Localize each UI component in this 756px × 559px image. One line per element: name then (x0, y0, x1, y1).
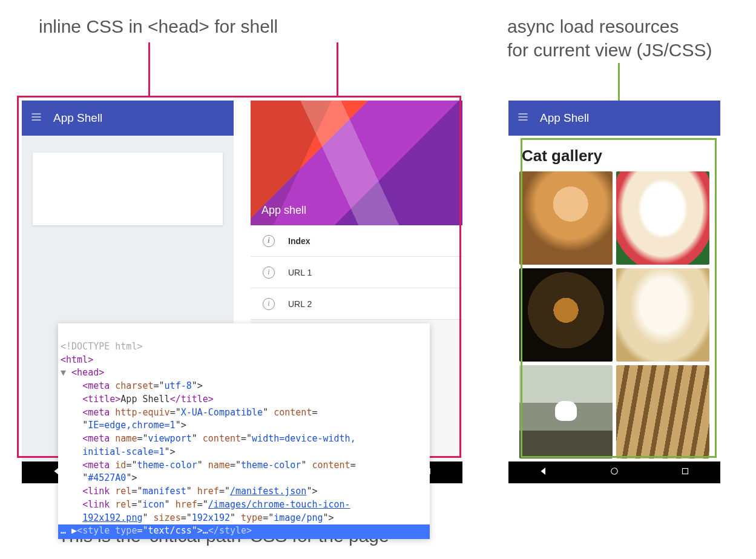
connector-line (337, 42, 338, 96)
hero-title: App shell (261, 204, 306, 217)
app-header: App Shell (508, 101, 720, 136)
gallery-image[interactable] (519, 171, 613, 265)
gallery-image[interactable] (519, 268, 613, 362)
hero-image: App shell (251, 101, 462, 225)
nav-list-label: URL 1 (288, 268, 312, 277)
connector-line (148, 42, 150, 96)
nav-back-icon[interactable] (538, 466, 549, 480)
info-icon: i (263, 235, 275, 247)
nav-home-icon[interactable] (609, 466, 620, 480)
nav-list-item[interactable]: i URL 2 (251, 288, 462, 320)
gallery-image[interactable] (519, 365, 613, 458)
hamburger-icon[interactable] (30, 111, 42, 126)
gallery-title: Cat gallery (508, 136, 720, 171)
annotation-async-load: async load resources for current view (J… (507, 15, 712, 62)
info-icon: i (263, 266, 275, 279)
android-navbar (508, 461, 720, 483)
svg-rect-5 (682, 468, 688, 474)
app-title: App Shell (540, 111, 589, 125)
nav-recents-icon[interactable] (680, 466, 691, 480)
svg-point-4 (611, 468, 618, 474)
app-header: App Shell (22, 101, 234, 136)
nav-list-label: URL 2 (288, 299, 312, 309)
gallery-image[interactable] (616, 365, 709, 458)
gallery-image[interactable] (616, 268, 709, 362)
nav-list-item[interactable]: i Index (251, 225, 462, 257)
empty-card (33, 153, 223, 225)
hamburger-icon[interactable] (517, 111, 529, 126)
nav-list: i Index i URL 1 i URL 2 (251, 225, 462, 320)
devtools-code-panel: <!DOCTYPE html> <html> ▼ <head> <meta ch… (58, 323, 430, 539)
annotation-inline-css: inline CSS in <head> for shell (39, 15, 278, 38)
gallery-image[interactable] (616, 171, 709, 265)
gallery-grid (508, 171, 720, 458)
nav-list-label: Index (288, 236, 311, 246)
info-icon: i (263, 298, 275, 310)
nav-list-item[interactable]: i URL 1 (251, 257, 462, 288)
app-title: App Shell (53, 111, 102, 125)
